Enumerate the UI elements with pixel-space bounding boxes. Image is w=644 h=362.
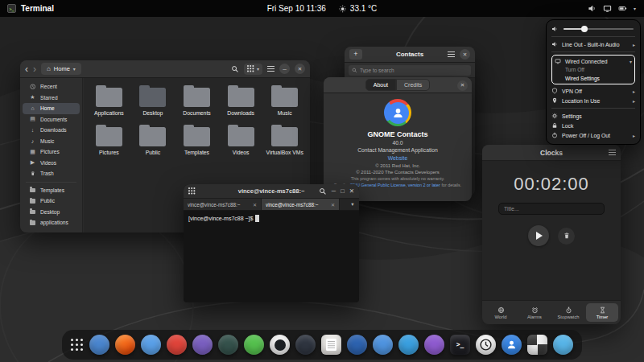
chevron-down-icon: ▾ xyxy=(634,6,636,11)
sidebar-item-videos[interactable]: ▶Videos xyxy=(23,158,80,169)
clocks-tab-stopwatch[interactable]: Stopwatch xyxy=(552,303,584,322)
sidebar-item-public[interactable]: Public xyxy=(23,195,80,207)
location-item[interactable]: Location In Use ▸ xyxy=(551,96,635,105)
gear-icon xyxy=(551,113,558,119)
dock-app-disks[interactable] xyxy=(553,335,573,355)
terminal-menu-icon[interactable] xyxy=(188,187,196,195)
dock-app-files[interactable] xyxy=(373,335,393,355)
sidebar-item-home[interactable]: ⌂Home xyxy=(23,103,80,114)
tab-close-icon[interactable]: ✕ xyxy=(253,202,257,208)
sidebar-item-downloads[interactable]: ↓Downloads xyxy=(23,125,80,136)
dock-app-inkscape[interactable] xyxy=(218,335,238,355)
close-button[interactable]: ✕ xyxy=(295,64,305,74)
dock-app-terminal[interactable]: >_ xyxy=(450,335,470,355)
terminal-tab-1[interactable]: vince@vince-ms7c88:~ ✕ xyxy=(184,199,262,210)
forward-button[interactable]: › xyxy=(33,64,36,74)
license-link[interactable]: GNU General Public License, version 2 or… xyxy=(350,183,440,187)
close-button[interactable]: ✕ xyxy=(460,49,470,60)
folder-templates[interactable]: Templates xyxy=(175,124,219,155)
clocks-tab-timer[interactable]: Timer xyxy=(586,303,618,322)
wired-settings-item[interactable]: Wired Settings xyxy=(555,75,632,84)
tab-about[interactable]: About xyxy=(365,79,396,91)
timer-name-input[interactable] xyxy=(498,203,605,215)
terminal-content[interactable]: [vince@vince-ms7c88 ~]$ xyxy=(184,211,359,302)
tab-list-button[interactable]: ▾ xyxy=(346,199,359,210)
dock-app-github-desktop[interactable] xyxy=(270,335,290,355)
vpn-item[interactable]: VPN Off ▸ xyxy=(551,86,635,96)
dock-app-mail[interactable] xyxy=(141,335,161,355)
dock-app-camera[interactable] xyxy=(398,335,419,355)
contacts-search-input[interactable] xyxy=(360,68,468,73)
minimize-button[interactable]: ─ xyxy=(332,187,336,195)
back-button[interactable]: ‹ xyxy=(25,64,28,74)
website-link[interactable]: Website xyxy=(388,155,407,161)
close-button[interactable]: ✕ xyxy=(457,80,468,91)
volume-slider-knob[interactable] xyxy=(581,26,588,32)
sidebar-item-pictures[interactable]: ▦Pictures xyxy=(23,146,80,158)
chevron-right-icon: ▸ xyxy=(633,133,635,138)
folder-desktop[interactable]: Desktop xyxy=(131,84,175,116)
clocks-tab-alarms[interactable]: Alarms xyxy=(518,303,551,322)
search-icon[interactable] xyxy=(231,65,239,73)
dock-app-clocks[interactable] xyxy=(476,335,496,355)
menu-icon[interactable] xyxy=(448,51,455,57)
lock-item[interactable]: Lock xyxy=(551,121,635,130)
menu-icon[interactable] xyxy=(267,66,275,72)
power-icon xyxy=(551,132,558,138)
timer-delete-button[interactable] xyxy=(558,228,575,245)
sidebar-item-recent[interactable]: Recent xyxy=(23,81,80,93)
folder-public[interactable]: Public xyxy=(131,124,175,155)
dock-app-firefox[interactable] xyxy=(115,335,135,355)
search-icon xyxy=(352,68,357,73)
sidebar-item-desktop[interactable]: Desktop xyxy=(23,207,80,218)
sidebar-item-starred[interactable]: ★Starred xyxy=(23,93,80,104)
folder-music[interactable]: Music xyxy=(262,84,307,116)
dock-app-steam[interactable] xyxy=(295,335,316,355)
dock-app-pdf-viewer[interactable] xyxy=(167,335,187,355)
dock-app-fragments[interactable] xyxy=(424,335,444,355)
folder-videos[interactable]: Videos xyxy=(219,124,263,155)
folder-documents[interactable]: Documents xyxy=(175,84,219,116)
menu-icon[interactable] xyxy=(609,150,616,155)
timer-start-button[interactable] xyxy=(528,225,549,246)
settings-item[interactable]: Settings xyxy=(551,111,635,121)
search-field[interactable] xyxy=(349,65,471,76)
sidebar-item-music[interactable]: ♪Music xyxy=(23,136,80,147)
clock-menu[interactable]: Fri Sep 10 11:36 xyxy=(267,4,326,13)
volume-slider[interactable] xyxy=(564,28,634,31)
tab-close-icon[interactable]: ✕ xyxy=(331,202,335,208)
sidebar-item-applications[interactable]: applications xyxy=(23,217,80,228)
dock-app-builder[interactable] xyxy=(347,335,367,355)
folder-applications[interactable]: Applications xyxy=(87,84,131,116)
dock-app-contacts[interactable] xyxy=(502,335,522,355)
terminal-tab-2[interactable]: vince@vince-ms7c88:~ ✕ xyxy=(262,199,340,210)
dock-app-text-editor[interactable] xyxy=(321,335,341,355)
tab-credits[interactable]: Credits xyxy=(396,79,430,91)
dock-app-mint-install[interactable] xyxy=(244,335,264,355)
dock-app-photos[interactable] xyxy=(192,335,213,355)
add-contact-button[interactable]: + xyxy=(349,49,362,60)
wired-connected-item[interactable]: Wired Connected ▾ xyxy=(555,56,632,66)
folder-pictures[interactable]: Pictures xyxy=(87,124,131,155)
show-applications-button[interactable] xyxy=(71,339,84,352)
maximize-button[interactable]: □ xyxy=(341,187,345,195)
folder-virtualbox-vms[interactable]: VirtualBox VMs xyxy=(262,124,307,155)
clocks-tab-world[interactable]: World xyxy=(485,303,517,322)
weather-indicator[interactable]: 33.1 °C xyxy=(339,4,377,13)
view-options-button[interactable]: ▾ xyxy=(244,64,262,75)
minimize-button[interactable]: ─ xyxy=(279,64,290,74)
dock-app-chess[interactable] xyxy=(527,335,547,355)
audio-output-item[interactable]: Line Out - Built-in Audio ▸ xyxy=(551,39,635,49)
focused-app-menu[interactable]: >_ Terminal xyxy=(0,4,54,13)
sidebar-item-documents[interactable]: ▤Documents xyxy=(23,114,80,125)
power-item[interactable]: Power Off / Log Out ▸ xyxy=(551,130,635,140)
wired-turn-off-item[interactable]: Turn Off xyxy=(555,66,632,75)
folder-downloads[interactable]: Downloads xyxy=(219,84,263,116)
close-button[interactable]: ✕ xyxy=(349,187,354,195)
sidebar-item-templates[interactable]: Templates xyxy=(23,185,80,196)
sidebar-item-trash[interactable]: Trash xyxy=(23,168,80,179)
pathbar-home-button[interactable]: ⌂ Home ▾ xyxy=(41,63,81,75)
system-status-menu[interactable]: ▾ xyxy=(588,4,644,13)
search-icon[interactable] xyxy=(319,187,327,195)
dock-app-software[interactable] xyxy=(89,335,109,355)
